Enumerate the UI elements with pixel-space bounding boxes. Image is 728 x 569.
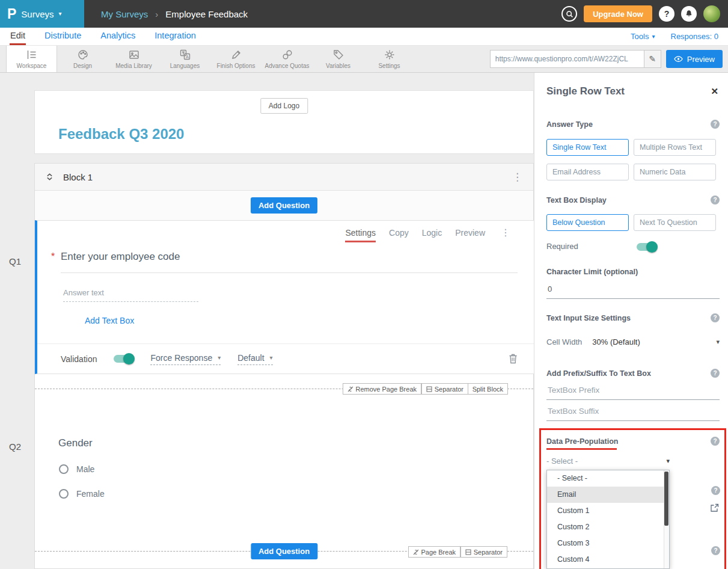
display-below-question[interactable]: Below Question	[546, 214, 629, 231]
app-logo-block[interactable]: P Surveys ▾	[0, 0, 84, 28]
variables-icon	[332, 49, 344, 61]
question-text-q2[interactable]: Gender	[58, 437, 93, 449]
required-label: Required	[546, 242, 578, 251]
question-tab-logic[interactable]: Logic	[422, 228, 442, 242]
toolbar-item-advance-quotas[interactable]: Advance Quotas	[262, 46, 313, 72]
edit-url-pencil-icon[interactable]: ✎	[644, 51, 661, 67]
add-logo-button[interactable]: Add Logo	[260, 98, 308, 114]
textbox-prefix-input[interactable]	[546, 383, 720, 400]
default-dropdown[interactable]: Default▾	[237, 353, 272, 365]
question-settings-panel: Single Row Text ✕ Answer Type ? Single R…	[534, 73, 728, 569]
toolbar-item-variables[interactable]: Variables	[313, 46, 364, 72]
settings-icon	[384, 49, 396, 61]
add-question-button-bottom[interactable]: Add Question	[251, 543, 317, 559]
finish-options-icon	[230, 49, 242, 61]
survey-title[interactable]: Feedback Q3 2020	[58, 126, 184, 143]
answer-type-help-icon[interactable]: ?	[711, 120, 720, 129]
hidden-section-help-icon[interactable]: ?	[711, 546, 720, 555]
data-prepopulation-dropdown: - Select - Email Custom 1 Custom 2 Custo…	[546, 470, 670, 569]
dropdown-option-custom2[interactable]: Custom 2	[547, 519, 669, 535]
preview-button[interactable]: Preview	[666, 50, 723, 68]
breadcrumb-current: Employee Feedback	[165, 9, 248, 19]
caret-down-icon[interactable]: ▾	[716, 339, 720, 345]
answer-type-email-address[interactable]: Email Address	[546, 164, 629, 180]
radio-option-label: Male	[76, 464, 94, 474]
text-box-display-help-icon[interactable]: ?	[711, 195, 720, 205]
toolbar-item-label: Workspace	[17, 63, 47, 69]
display-next-to-question[interactable]: Next To Question	[634, 214, 716, 231]
dropdown-option-custom1[interactable]: Custom 1	[547, 503, 669, 519]
tab-integration[interactable]: Integration	[154, 28, 197, 45]
tab-analytics[interactable]: Analytics	[100, 28, 136, 45]
responses-count[interactable]: Responses: 0	[671, 32, 719, 41]
separator-button-1[interactable]: Separator	[421, 383, 468, 395]
tabs-row-right: Tools▾ Responses: 0	[631, 32, 718, 41]
tab-edit[interactable]: Edit	[10, 28, 26, 45]
hidden-section-help-icon[interactable]: ?	[711, 486, 720, 495]
notifications-bell-icon[interactable]	[681, 6, 697, 22]
radio-option-female[interactable]: Female	[59, 489, 105, 499]
toolbar-item-media-library[interactable]: Media Library	[108, 46, 159, 72]
add-question-button-top[interactable]: Add Question	[251, 197, 317, 214]
cell-width-value[interactable]: 30% (Default)	[592, 337, 640, 346]
tools-menu[interactable]: Tools▾	[631, 32, 655, 41]
remove-page-break-button[interactable]: Remove Page Break	[343, 383, 422, 395]
question-menu-kebab-icon[interactable]: ⋮	[501, 228, 510, 238]
question-tab-copy[interactable]: Copy	[389, 228, 409, 242]
toolbar-item-label: Design	[73, 63, 92, 69]
split-block-label: Split Block	[473, 386, 503, 393]
radio-option-male[interactable]: Male	[59, 464, 94, 474]
block-name[interactable]: Block 1	[63, 172, 93, 182]
upgrade-now-button[interactable]: Upgrade Now	[584, 5, 652, 22]
survey-url-input[interactable]	[491, 51, 644, 67]
external-link-icon[interactable]	[710, 503, 719, 512]
remove-page-break-label: Remove Page Break	[356, 386, 417, 393]
question-tab-settings[interactable]: Settings	[345, 228, 376, 242]
toolbar-item-languages[interactable]: A Languages	[159, 46, 210, 72]
scrollbar-thumb[interactable]	[664, 472, 668, 526]
tab-distribute[interactable]: Distribute	[44, 28, 82, 45]
answer-text-field[interactable]: Answer text	[63, 288, 198, 302]
validation-label: Validation	[61, 354, 97, 364]
toolbar-item-workspace[interactable]: Workspace	[6, 46, 57, 72]
caret-down-icon: ▾	[652, 34, 655, 40]
help-icon[interactable]: ?	[659, 6, 674, 22]
data-prepopulation-select[interactable]: - Select - ▾	[546, 457, 670, 470]
required-toggle[interactable]	[637, 243, 656, 251]
search-icon[interactable]	[561, 6, 577, 22]
answer-type-single-row-text[interactable]: Single Row Text	[546, 139, 629, 156]
add-text-box-link[interactable]: Add Text Box	[85, 316, 134, 325]
split-block-button[interactable]: Split Block	[468, 383, 508, 395]
answer-type-multiple-rows-text[interactable]: Multiple Rows Text	[634, 139, 716, 156]
add-question-strip: Add Question	[35, 191, 533, 220]
textbox-suffix-input[interactable]	[546, 404, 720, 421]
dropdown-option-email[interactable]: Email	[547, 487, 669, 503]
character-limit-input[interactable]	[546, 282, 720, 299]
collapse-block-icon[interactable]	[46, 173, 54, 181]
question-tab-preview[interactable]: Preview	[455, 228, 485, 242]
separator-button-2[interactable]: Separator	[460, 546, 507, 558]
validation-toggle[interactable]	[114, 355, 133, 363]
radio-icon	[59, 464, 69, 474]
page-break-button[interactable]: Page Break	[408, 546, 460, 558]
prefix-suffix-help-icon[interactable]: ?	[711, 369, 720, 378]
force-response-dropdown[interactable]: Force Response▾	[150, 353, 221, 365]
breadcrumb-my-surveys[interactable]: My Surveys	[101, 9, 148, 19]
text-input-size-help-icon[interactable]: ?	[711, 313, 720, 322]
dropdown-scrollbar[interactable]	[664, 470, 669, 568]
dropdown-option-custom4[interactable]: Custom 4	[547, 552, 669, 568]
delete-question-trash-icon[interactable]	[509, 354, 518, 364]
dropdown-option-custom3[interactable]: Custom 3	[547, 535, 669, 552]
toolbar-item-finish-options[interactable]: Finish Options	[210, 46, 262, 72]
answer-type-numeric-data[interactable]: Numeric Data	[634, 164, 716, 180]
question-text-q1[interactable]: * Enter your employee code	[61, 251, 518, 273]
caret-down-icon: ▾	[270, 355, 273, 361]
close-panel-icon[interactable]: ✕	[711, 86, 718, 97]
toolbar-item-settings[interactable]: Settings	[364, 46, 415, 72]
selected-value: - Select -	[546, 457, 578, 466]
user-avatar[interactable]	[703, 5, 720, 22]
data-prepopulation-help-icon[interactable]: ?	[711, 437, 720, 446]
toolbar-item-design[interactable]: Design	[57, 46, 108, 72]
block-menu-kebab-icon[interactable]: ⋮	[512, 172, 522, 182]
dropdown-option-select[interactable]: - Select -	[547, 470, 669, 487]
